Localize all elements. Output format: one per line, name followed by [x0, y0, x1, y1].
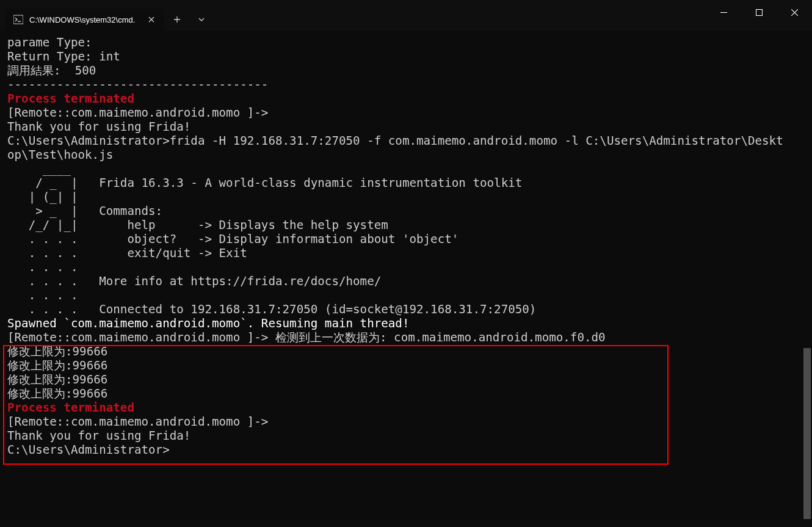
terminal-line: 修改上限为:99666 — [7, 358, 805, 373]
terminal-line: Return Type: int — [7, 49, 805, 64]
terminal-prompt[interactable]: C:\Users\Administrator> — [7, 443, 805, 457]
scrollbar-thumb[interactable] — [803, 348, 811, 519]
terminal-line: op\Test\hook.js — [7, 148, 805, 162]
terminal-line: 修改上限为:99666 — [7, 387, 805, 401]
terminal-line: . . . . — [7, 260, 805, 274]
terminal-line: 調用結果: 500 — [7, 64, 805, 78]
terminal-line: 修改上限为:99666 — [7, 373, 805, 387]
tab-title: C:\WINDOWS\system32\cmd. — [29, 15, 139, 24]
cmd-icon — [13, 15, 23, 24]
terminal-line: parame Type: — [7, 35, 805, 49]
tab-close-button[interactable] — [145, 13, 158, 26]
terminal-line: /_/ |_| help -> Displays the help system — [7, 218, 805, 232]
terminal-line: | (_| | — [7, 190, 805, 204]
terminal-line: . . . . exit/quit -> Exit — [7, 246, 805, 260]
terminal-line: . . . . object? -> Display information a… — [7, 232, 805, 246]
terminal-line: Process terminated — [7, 401, 805, 415]
terminal-line: . . . . Connected to 192.168.31.7:27050 … — [7, 302, 805, 316]
terminal-line: ____ — [7, 162, 805, 176]
terminal-line: [Remote::com.maimemo.android.momo ]-> — [7, 106, 805, 120]
titlebar: C:\WINDOWS\system32\cmd. — [0, 0, 812, 31]
terminal-output[interactable]: parame Type:Return Type: int調用結果: 500---… — [0, 31, 812, 527]
terminal-line: Thank you for using Frida! — [7, 120, 805, 134]
svg-rect-0 — [13, 15, 23, 24]
terminal-line: ------------------------------------- — [7, 78, 805, 92]
scrollbar[interactable] — [802, 31, 812, 527]
terminal-line: / _ | Frida 16.3.3 - A world-class dynam… — [7, 176, 805, 190]
terminal-line: [Remote::com.maimemo.android.momo ]-> — [7, 415, 805, 429]
terminal-line: Process terminated — [7, 92, 805, 106]
terminal-line: C:\Users\Administrator>frida -H 192.168.… — [7, 134, 805, 148]
tab-dropdown-button[interactable] — [190, 9, 212, 31]
cursor — [170, 443, 177, 456]
terminal-line: Spawned `com.maimemo.android.momo`. Resu… — [7, 316, 805, 330]
terminal-line: . . . . More info at https://frida.re/do… — [7, 274, 805, 288]
new-tab-button[interactable] — [166, 9, 188, 31]
terminal-area[interactable]: parame Type:Return Type: int調用結果: 500---… — [0, 31, 812, 527]
terminal-line: Thank you for using Frida! — [7, 429, 805, 443]
svg-rect-3 — [756, 9, 762, 15]
terminal-line: . . . . — [7, 288, 805, 302]
terminal-line: > _ | Commands: — [7, 204, 805, 218]
minimize-button[interactable] — [706, 0, 741, 24]
tab-active[interactable]: C:\WINDOWS\system32\cmd. — [5, 9, 164, 31]
maximize-button[interactable] — [741, 0, 777, 24]
window-controls — [706, 0, 812, 24]
close-window-button[interactable] — [777, 0, 812, 24]
terminal-line: 修改上限为:99666 — [7, 344, 805, 358]
terminal-line: [Remote::com.maimemo.android.momo ]-> 检测… — [7, 330, 805, 344]
